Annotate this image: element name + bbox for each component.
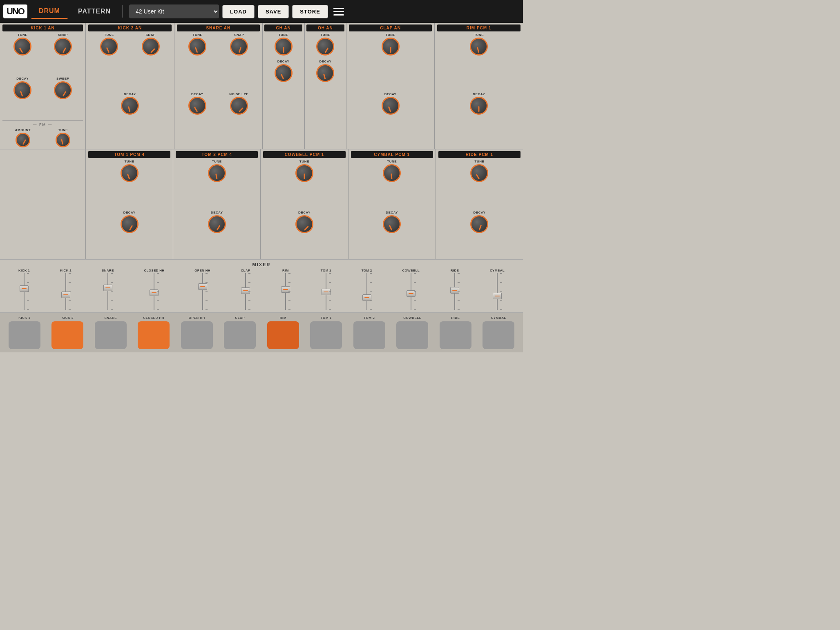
pad-closedhh[interactable] <box>138 321 170 349</box>
kick1-fm-amount-group: AMOUNT <box>15 128 31 147</box>
save-button[interactable]: SAVE <box>258 5 289 18</box>
pad-group-tom2: TOM 2 <box>349 316 390 349</box>
load-button[interactable]: LOAD <box>222 5 255 18</box>
kick1-fm-amount-knob[interactable] <box>16 133 30 147</box>
kit-selector[interactable]: 42 User Kit <box>129 4 219 18</box>
mixer-ch-openhh: OPEN HH <box>194 269 210 310</box>
header-divider <box>122 5 123 18</box>
cowbell-tune-knob[interactable] <box>295 164 313 182</box>
kick1-fm-section: — FM — AMOUNT TUNE <box>2 120 83 147</box>
instr-kick1: KICK 1 AN TUNE SNAP DECAY SWEEP — FM — <box>0 23 86 149</box>
instr-rim: RIM PCM 1 TUNE DECAY <box>435 23 523 149</box>
menu-button[interactable] <box>331 4 346 19</box>
kick1-fm-tune-group: TUNE <box>56 128 70 147</box>
pad-openhh[interactable] <box>181 321 213 349</box>
mixer-ch-closedhh: CLOSED HH <box>144 269 165 310</box>
mixer-ch-kick2: KICK 2 <box>60 269 71 310</box>
tom1-tune-knob[interactable] <box>121 164 139 182</box>
ride-tune-knob[interactable] <box>470 164 488 182</box>
kick1-sweep-group: SWEEP <box>54 77 72 118</box>
pad-group-tom1: TOM 1 <box>306 316 347 349</box>
tom2-tune-knob[interactable] <box>208 164 226 182</box>
instr-clap: CLAP AN TUNE DECAY <box>346 23 435 149</box>
ch-tune-knob[interactable] <box>275 38 293 56</box>
pad-cymbal[interactable] <box>483 321 514 349</box>
pad-clap[interactable] <box>224 321 256 349</box>
instr-cowbell: COWBELL PCM 1 TUNE DECAY <box>261 149 348 259</box>
kick1-fm-tune-knob[interactable] <box>56 133 70 147</box>
tab-pattern[interactable]: PATTERN <box>70 4 119 18</box>
mixer-ch-ride: RIDE <box>450 269 460 310</box>
kick2-snap-knob[interactable] <box>142 38 160 56</box>
snare-noiself-knob[interactable] <box>230 97 248 115</box>
kick1-tune-knob[interactable] <box>13 38 31 56</box>
rim-decay-knob[interactable] <box>470 97 488 115</box>
instr-snare: SNARE AN TUNE SNAP DECAY NOISE LPF <box>174 23 263 149</box>
header: UNO DRUM PATTERN 42 User Kit LOAD SAVE S… <box>0 0 523 23</box>
ride-title: RIDE PCM 1 <box>438 151 521 158</box>
ch-decay-knob[interactable] <box>275 64 293 82</box>
pad-tom1[interactable] <box>310 321 342 349</box>
tom1-decay-knob[interactable] <box>121 215 139 233</box>
pad-group-snare: SNARE <box>90 316 131 349</box>
cowbell-decay-knob[interactable] <box>295 215 313 233</box>
pad-kick1[interactable] <box>9 321 40 349</box>
instr-ch: CH AN TUNE DECAY <box>263 23 304 149</box>
mixer-ch-clap: CLAP <box>241 269 250 310</box>
pad-group-clap: CLAP <box>220 316 261 349</box>
tom1-title: TOM 1 PCM 4 <box>88 151 170 158</box>
kick1-decay-knob[interactable] <box>13 81 31 99</box>
clap-tune-knob[interactable] <box>382 38 400 56</box>
cymbal-tune-knob[interactable] <box>383 164 401 182</box>
kick2-decay-knob[interactable] <box>121 97 139 115</box>
instruments-bottom: TOM 1 PCM 4 TUNE DECAY TOM 2 PCM 4 TUNE … <box>0 149 523 260</box>
pad-kick2[interactable] <box>51 321 83 349</box>
snare-snap-knob[interactable] <box>230 38 248 56</box>
pad-group-openhh: OPEN HH <box>176 316 217 349</box>
rim-title: RIM PCM 1 <box>437 24 521 31</box>
store-button[interactable]: STORE <box>292 5 328 18</box>
instr-tom2: TOM 2 PCM 4 TUNE DECAY <box>173 149 261 259</box>
tom2-title: TOM 2 PCM 4 <box>176 151 258 158</box>
pad-cowbell[interactable] <box>396 321 428 349</box>
mixer-ch-cowbell: COWBELL <box>402 269 420 310</box>
kick1-sweep-knob[interactable] <box>54 81 72 99</box>
pad-group-cowbell: COWBELL <box>392 316 433 349</box>
kick2-title: KICK 2 AN <box>88 24 172 31</box>
pad-group-ride: RIDE <box>435 316 476 349</box>
pad-section: KICK 1 KICK 2 SNARE CLOSED HH OPEN HH CL… <box>0 313 523 352</box>
pad-snare[interactable] <box>95 321 127 349</box>
clap-title: CLAP AN <box>349 24 432 31</box>
instr-cymbal: CYMBAL PCM 1 TUNE DECAY <box>349 149 436 259</box>
instr-kick2: KICK 2 AN TUNE SNAP DECAY <box>86 23 174 149</box>
kick1-tune-group: TUNE <box>13 33 31 74</box>
pad-tom2[interactable] <box>353 321 385 349</box>
ch-title: CH AN <box>264 24 302 31</box>
snare-tune-knob[interactable] <box>188 38 206 56</box>
kick1-decay-group: DECAY <box>13 77 31 118</box>
pad-rim[interactable] <box>267 321 299 349</box>
snare-decay-knob[interactable] <box>188 97 206 115</box>
pad-group-rim: RIM <box>263 316 304 349</box>
kick1-snap-group: SNAP <box>54 33 72 74</box>
ride-decay-knob[interactable] <box>470 215 488 233</box>
oh-decay-knob[interactable] <box>316 64 334 82</box>
pad-ride[interactable] <box>440 321 471 349</box>
instr-oh: OH AN TUNE DECAY <box>305 23 346 149</box>
instr-tom1: TOM 1 PCM 4 TUNE DECAY <box>86 149 173 259</box>
mixer-section: MIXER KICK 1 KICK 2 <box>0 260 523 313</box>
tom2-decay-knob[interactable] <box>208 215 226 233</box>
kick1-snap-knob[interactable] <box>54 38 72 56</box>
cowbell-title: COWBELL PCM 1 <box>263 151 345 158</box>
oh-tune-knob[interactable] <box>316 38 334 56</box>
kick2-tune-knob[interactable] <box>100 38 118 56</box>
pad-group-cymbal: CYMBAL <box>478 316 519 349</box>
mixer-ch-kick1: KICK 1 <box>18 269 30 310</box>
clap-decay-knob[interactable] <box>382 97 400 115</box>
cymbal-decay-knob[interactable] <box>383 215 401 233</box>
instruments-top: KICK 1 AN TUNE SNAP DECAY SWEEP — FM — <box>0 23 523 149</box>
rim-tune-knob[interactable] <box>470 38 488 56</box>
snare-title: SNARE AN <box>177 24 260 31</box>
kick1-title: KICK 1 AN <box>2 24 83 31</box>
tab-drum[interactable]: DRUM <box>31 4 68 19</box>
